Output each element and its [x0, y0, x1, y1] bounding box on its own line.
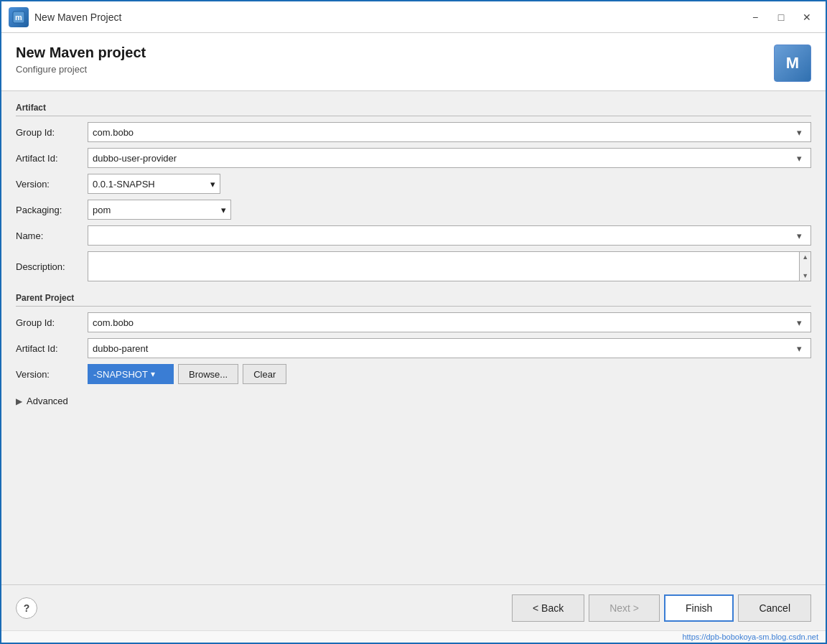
description-label: Description:: [16, 261, 88, 272]
maven-logo: M: [774, 45, 811, 82]
group-id-dropdown-arrow[interactable]: ▾: [792, 123, 806, 141]
packaging-row: Packaging: pom ▾: [16, 200, 811, 220]
group-id-label: Group Id:: [16, 127, 88, 138]
group-id-row: Group Id: ▾: [16, 122, 811, 142]
name-dropdown-arrow[interactable]: ▾: [792, 226, 806, 245]
name-control: ▾: [88, 225, 811, 246]
parent-group-id-field[interactable]: ▾: [88, 312, 811, 332]
version-value: 0.0.1-SNAPSH: [93, 179, 155, 190]
description-row: Description: ▲ ▼: [16, 251, 811, 281]
parent-group-id-input[interactable]: [93, 317, 792, 328]
parent-version-wrapper: -SNAPSHOT ▾ Browse... Clear: [88, 364, 811, 384]
cancel-button[interactable]: Cancel: [738, 594, 811, 622]
scroll-down-arrow[interactable]: ▼: [802, 272, 808, 279]
parent-artifact-id-row: Artifact Id: ▾: [16, 338, 811, 358]
main-window: m New Maven Project − □ ✕ New Maven proj…: [0, 0, 827, 644]
parent-artifact-id-control: ▾: [88, 338, 811, 358]
next-button[interactable]: Next >: [589, 594, 660, 622]
name-label: Name:: [16, 230, 88, 241]
advanced-row[interactable]: ▶ Advanced: [16, 396, 811, 406]
artifact-id-row: Artifact Id: ▾: [16, 148, 811, 168]
parent-artifact-id-input[interactable]: [93, 343, 792, 354]
artifact-section: Artifact Group Id: ▾ Artifact Id: ▾: [16, 103, 811, 281]
name-input[interactable]: [93, 230, 792, 241]
artifact-id-field[interactable]: ▾: [88, 148, 811, 168]
clear-button[interactable]: Clear: [243, 364, 286, 384]
parent-group-id-label: Group Id:: [16, 317, 88, 328]
parent-version-dropdown-arrow[interactable]: ▾: [151, 369, 155, 379]
dialog-main-title: New Maven project: [16, 45, 146, 61]
advanced-arrow: ▶: [16, 396, 22, 406]
artifact-id-dropdown-arrow[interactable]: ▾: [792, 149, 806, 167]
version-row: Version: 0.0.1-SNAPSH ▾: [16, 174, 811, 194]
parent-group-id-row: Group Id: ▾: [16, 312, 811, 332]
parent-version-field[interactable]: -SNAPSHOT ▾: [88, 364, 174, 384]
parent-artifact-id-label: Artifact Id:: [16, 343, 88, 354]
dialog-header: New Maven project Configure project M: [1, 33, 826, 91]
browse-button[interactable]: Browse...: [178, 364, 238, 384]
name-row: Name: ▾: [16, 225, 811, 246]
window-icon: m: [9, 7, 29, 27]
parent-version-row: Version: -SNAPSHOT ▾ Browse... Clear: [16, 364, 811, 384]
minimize-button[interactable]: −: [744, 8, 767, 27]
parent-section-label: Parent Project: [16, 293, 811, 307]
help-button[interactable]: ?: [16, 597, 37, 619]
artifact-id-label: Artifact Id:: [16, 153, 88, 164]
footer-buttons: < Back Next > Finish Cancel: [512, 594, 811, 622]
svg-text:m: m: [15, 13, 22, 22]
group-id-field[interactable]: ▾: [88, 122, 811, 142]
form-content: Artifact Group Id: ▾ Artifact Id: ▾: [1, 91, 826, 584]
status-bar: https://dpb-bobokoya-sm.blog.csdn.net: [1, 630, 826, 643]
artifact-id-control: ▾: [88, 148, 811, 168]
back-button[interactable]: < Back: [512, 594, 584, 622]
parent-group-id-dropdown-arrow[interactable]: ▾: [792, 313, 806, 332]
title-bar: m New Maven Project − □ ✕: [1, 1, 826, 33]
description-wrapper: ▲ ▼: [88, 251, 811, 281]
artifact-id-input[interactable]: [93, 153, 792, 164]
maximize-button[interactable]: □: [770, 8, 793, 27]
dialog-subtitle: Configure project: [16, 64, 146, 75]
parent-artifact-id-field[interactable]: ▾: [88, 338, 811, 358]
parent-artifact-id-dropdown-arrow[interactable]: ▾: [792, 339, 806, 358]
window-title: New Maven Project: [34, 11, 744, 23]
name-field[interactable]: ▾: [88, 225, 811, 246]
parent-version-label: Version:: [16, 369, 88, 380]
parent-section: Parent Project Group Id: ▾ Artifact Id:: [16, 293, 811, 384]
title-controls: − □ ✕: [744, 8, 818, 27]
parent-version-value: -SNAPSHOT: [93, 369, 148, 380]
group-id-control: ▾: [88, 122, 811, 142]
packaging-dropdown-arrow[interactable]: ▾: [221, 205, 226, 215]
packaging-label: Packaging:: [16, 205, 88, 215]
status-url: https://dpb-bobokoya-sm.blog.csdn.net: [682, 633, 818, 641]
parent-group-id-control: ▾: [88, 312, 811, 332]
scroll-up-arrow[interactable]: ▲: [802, 253, 808, 261]
dialog-footer: ? < Back Next > Finish Cancel: [1, 584, 826, 630]
group-id-input[interactable]: [93, 127, 792, 138]
version-label: Version:: [16, 179, 88, 190]
finish-button[interactable]: Finish: [664, 594, 734, 622]
advanced-label: Advanced: [27, 396, 68, 406]
artifact-section-label: Artifact: [16, 103, 811, 116]
version-field[interactable]: 0.0.1-SNAPSH ▾: [88, 174, 220, 194]
description-scrollbar[interactable]: ▲ ▼: [800, 251, 811, 281]
header-titles: New Maven project Configure project: [16, 45, 146, 75]
version-dropdown-arrow[interactable]: ▾: [210, 179, 215, 190]
close-button[interactable]: ✕: [795, 8, 818, 27]
packaging-value: pom: [93, 205, 111, 215]
description-input[interactable]: [88, 251, 800, 281]
packaging-field[interactable]: pom ▾: [88, 200, 231, 220]
